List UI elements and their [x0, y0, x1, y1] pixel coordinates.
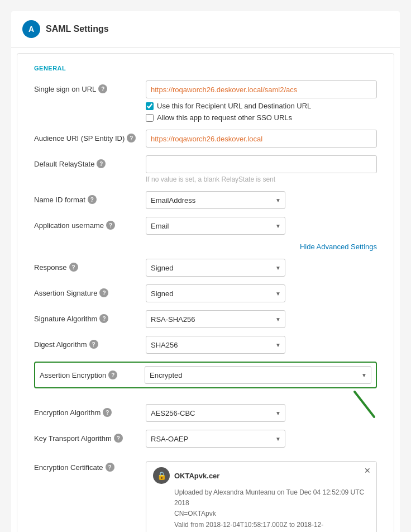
checkbox-recipient-url: Use this for Recipient URL and Destinati… — [146, 102, 377, 110]
lock-icon: 🔒 — [153, 467, 170, 484]
label-assertion-encryption: Assertion Encryption ? — [40, 370, 145, 379]
select-wrapper-name-id: EmailAddress Unspecified x509SubjectName… — [146, 191, 285, 209]
row-digest-algorithm: Digest Algorithm ? SHA256 SHA1 ▼ — [34, 336, 377, 354]
row-assertion-signature: Assertion Signature ? Signed Unsigned ▼ — [34, 284, 377, 302]
sso-url-input[interactable] — [146, 80, 377, 98]
row-signature-algorithm: Signature Algorithm ? RSA-SHA256 RSA-SHA… — [34, 310, 377, 328]
app-username-select[interactable]: Email Username Custom — [146, 217, 285, 235]
relay-state-input[interactable] — [146, 155, 377, 173]
controls-assertion-signature: Signed Unsigned ▼ — [146, 284, 377, 302]
checkbox-request-sso: Allow this app to request other SSO URLs — [146, 113, 377, 122]
row-audience-uri: Audience URI (SP Entity ID) ? — [34, 130, 377, 148]
label-encryption-cert: Encryption Certificate ? — [34, 459, 146, 472]
section-general: GENERAL — [34, 65, 377, 72]
label-relay-state: Default RelayState ? — [34, 155, 146, 168]
controls-name-id-format: EmailAddress Unspecified x509SubjectName… — [146, 191, 377, 209]
help-icon-sig-algo[interactable]: ? — [99, 314, 108, 323]
help-icon-assertion-enc[interactable]: ? — [108, 370, 117, 379]
help-icon-assertion-sig[interactable]: ? — [99, 288, 108, 297]
page-title: SAML Settings — [46, 24, 109, 34]
encryption-algorithm-select[interactable]: AES256-CBC AES128-CBC AES256-GCM AES128-… — [146, 404, 285, 422]
select-wrapper-assertion-sig: Signed Unsigned ▼ — [146, 284, 285, 302]
help-icon-relay[interactable]: ? — [97, 159, 106, 168]
help-icon-name-id[interactable]: ? — [88, 195, 97, 204]
label-digest-algorithm: Digest Algorithm ? — [34, 336, 146, 349]
controls-response: Signed Unsigned ▼ — [146, 259, 377, 277]
select-wrapper-sig-algo: RSA-SHA256 RSA-SHA1 ▼ — [146, 310, 285, 328]
select-wrapper-enc-algo: AES256-CBC AES128-CBC AES256-GCM AES128-… — [146, 404, 285, 422]
select-wrapper-assertion-enc: Encrypted Unencrypted ▼ — [145, 366, 371, 384]
response-select[interactable]: Signed Unsigned — [146, 259, 285, 277]
help-icon-audience[interactable]: ? — [127, 134, 136, 142]
controls-key-transport: RSA-OAEP RSA-1_5 ▼ — [146, 430, 377, 448]
row-name-id-format: Name ID format ? EmailAddress Unspecifie… — [34, 191, 377, 209]
svg-marker-1 — [369, 414, 380, 420]
row-assertion-encryption-wrapper: Assertion Encryption ? Encrypted Unencry… — [34, 362, 377, 396]
label-key-transport: Key Transport Algorithm ? — [34, 430, 146, 443]
main-content: GENERAL Single sign on URL ? Use this fo… — [17, 53, 394, 532]
controls-audience-uri — [146, 130, 377, 148]
avatar: A — [22, 20, 40, 38]
cert-cn: CN=OKTApvk — [174, 509, 370, 519]
checkbox-recipient-url-input[interactable] — [146, 102, 154, 110]
cert-card: ✕ 🔒 OKTApvk.cer Uploaded by Alexandra Mu… — [146, 461, 377, 532]
row-single-sign-on: Single sign on URL ? Use this for Recipi… — [34, 80, 377, 122]
select-wrapper-key-transport: RSA-OAEP RSA-1_5 ▼ — [146, 430, 285, 448]
page-container: A SAML Settings GENERAL Single sign on U… — [11, 11, 400, 532]
row-relay-state: Default RelayState ? If no value is set,… — [34, 155, 377, 183]
select-wrapper-app-username: Email Username Custom ▼ — [146, 217, 285, 235]
label-single-sign-on: Single sign on URL ? — [34, 80, 146, 93]
controls-encryption-algorithm: AES256-CBC AES128-CBC AES256-GCM AES128-… — [146, 404, 377, 422]
controls-app-username: Email Username Custom ▼ — [146, 217, 377, 235]
help-icon-app-username[interactable]: ? — [106, 221, 115, 230]
help-icon-key-transport[interactable]: ? — [114, 434, 123, 443]
select-wrapper-digest-algo: SHA256 SHA1 ▼ — [146, 336, 285, 354]
label-encryption-algorithm: Encryption Algorithm ? — [34, 404, 146, 417]
green-arrow-indicator — [349, 389, 383, 424]
label-audience-uri: Audience URI (SP Entity ID) ? — [34, 130, 146, 142]
label-signature-algorithm: Signature Algorithm ? — [34, 310, 146, 323]
name-id-format-select[interactable]: EmailAddress Unspecified x509SubjectName… — [146, 191, 285, 209]
label-name-id-format: Name ID format ? — [34, 191, 146, 204]
help-icon-enc-algo[interactable]: ? — [103, 408, 112, 417]
controls-assertion-encryption: Encrypted Unencrypted ▼ — [145, 366, 371, 384]
row-app-username: Application username ? Email Username Cu… — [34, 217, 377, 235]
row-encryption-cert: Encryption Certificate ? ✕ 🔒 OKTApvk.cer… — [34, 459, 377, 532]
checkbox-request-sso-input[interactable] — [146, 114, 154, 122]
row-assertion-encryption: Assertion Encryption ? Encrypted Unencry… — [34, 362, 377, 388]
cert-filename: OKTApvk.cer — [174, 472, 219, 480]
cert-header: 🔒 OKTApvk.cer — [153, 467, 370, 484]
assertion-encryption-select[interactable]: Encrypted Unencrypted — [145, 366, 371, 384]
key-transport-select[interactable]: RSA-OAEP RSA-1_5 — [146, 430, 285, 448]
row-encryption-algorithm: Encryption Algorithm ? AES256-CBC AES128… — [34, 404, 377, 422]
help-icon-sso[interactable]: ? — [98, 84, 107, 93]
svg-line-0 — [355, 392, 374, 417]
row-response: Response ? Signed Unsigned ▼ — [34, 259, 377, 277]
help-icon-digest-algo[interactable]: ? — [89, 340, 98, 349]
controls-relay-state: If no value is set, a blank RelayState i… — [146, 155, 377, 183]
relay-state-hint: If no value is set, a blank RelayState i… — [146, 175, 377, 183]
label-app-username: Application username ? — [34, 217, 146, 230]
signature-algorithm-select[interactable]: RSA-SHA256 RSA-SHA1 — [146, 310, 285, 328]
label-response: Response ? — [34, 259, 146, 272]
controls-single-sign-on: Use this for Recipient URL and Destinati… — [146, 80, 377, 122]
controls-encryption-cert: ✕ 🔒 OKTApvk.cer Uploaded by Alexandra Mu… — [146, 459, 377, 532]
assertion-signature-select[interactable]: Signed Unsigned — [146, 284, 285, 302]
cert-uploaded-by: Uploaded by Alexandra Munteanu on Tue De… — [174, 487, 370, 509]
hide-advanced-settings-link[interactable]: Hide Advanced Settings — [34, 243, 377, 251]
select-wrapper-response: Signed Unsigned ▼ — [146, 259, 285, 277]
close-icon[interactable]: ✕ — [364, 466, 371, 475]
cert-valid: Valid from 2018-12-04T10:58:17.000Z to 2… — [174, 520, 370, 532]
controls-digest-algorithm: SHA256 SHA1 ▼ — [146, 336, 377, 354]
label-assertion-signature: Assertion Signature ? — [34, 284, 146, 297]
audience-uri-input[interactable] — [146, 130, 377, 148]
page-header: A SAML Settings — [11, 11, 400, 48]
digest-algorithm-select[interactable]: SHA256 SHA1 — [146, 336, 285, 354]
help-icon-response[interactable]: ? — [69, 263, 78, 272]
row-key-transport: Key Transport Algorithm ? RSA-OAEP RSA-1… — [34, 430, 377, 448]
help-icon-enc-cert[interactable]: ? — [106, 463, 114, 472]
controls-signature-algorithm: RSA-SHA256 RSA-SHA1 ▼ — [146, 310, 377, 328]
